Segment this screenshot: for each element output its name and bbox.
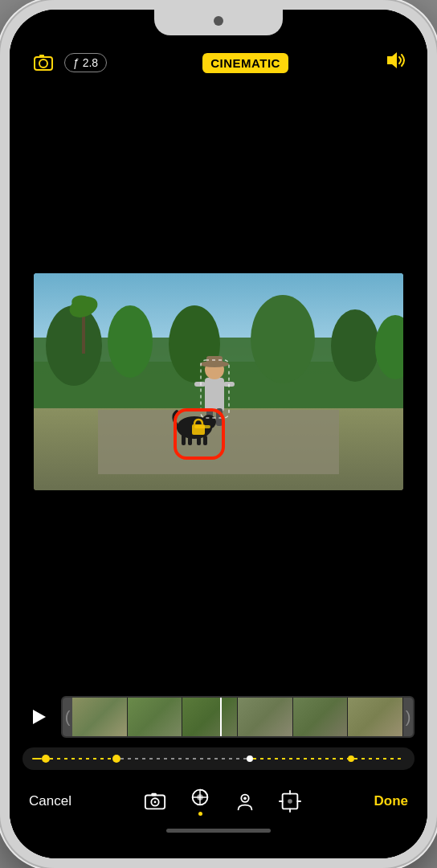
bottom-area: ( ) [10, 690, 427, 858]
timeline-frame-3 [182, 698, 238, 736]
camera-icon [32, 51, 55, 74]
volume-icon [384, 50, 408, 71]
play-icon [30, 708, 47, 726]
focus-track-inner [32, 753, 405, 764]
camera-dot [214, 16, 223, 26]
cinematic-badge[interactable]: CINEMATIC [202, 53, 288, 73]
notch [154, 10, 283, 35]
timeline-frame-5 [293, 698, 349, 736]
svg-rect-27 [182, 434, 186, 445]
bottom-toolbar: Cancel [10, 776, 427, 822]
focus-track-dot-2 [112, 755, 120, 763]
crop-straighten-tool[interactable] [279, 790, 301, 813]
timeline-frame-4 [238, 698, 293, 736]
color-adjust-icon [189, 786, 211, 809]
phone-screen: ƒ 2.8 CINEMATIC [10, 10, 427, 858]
timeline-frame-2 [128, 698, 183, 736]
camera-icon-button[interactable] [29, 48, 58, 77]
track-dots-4 [354, 758, 405, 760]
screen: ƒ 2.8 CINEMATIC [10, 10, 427, 858]
timeline-container: ( ) [10, 690, 427, 744]
track-dots-1 [50, 758, 112, 760]
done-button[interactable]: Done [374, 793, 408, 809]
svg-rect-28 [188, 436, 192, 445]
phone-shell: ƒ 2.8 CINEMATIC [0, 0, 437, 868]
svg-point-10 [331, 309, 379, 382]
svg-rect-30 [203, 436, 207, 445]
timeline-bracket-left[interactable]: ( [63, 698, 72, 736]
timeline-bracket-right[interactable]: ) [403, 698, 413, 736]
svg-point-45 [243, 796, 247, 800]
cancel-button[interactable]: Cancel [29, 793, 71, 809]
timeline-frames [72, 698, 403, 736]
svg-rect-22 [206, 356, 223, 366]
toolbar-left-group: ƒ 2.8 [29, 48, 107, 77]
focus-track-dot-3 [348, 755, 354, 762]
portrait-focus-tool[interactable] [234, 790, 256, 813]
svg-rect-29 [197, 434, 201, 445]
svg-rect-23 [194, 382, 206, 387]
timeline-strip[interactable]: ( ) [61, 696, 415, 738]
timeline-frame-6 [348, 698, 403, 736]
svg-point-39 [154, 800, 157, 803]
svg-point-1 [39, 59, 47, 68]
track-segment-1 [32, 758, 42, 760]
portrait-focus-icon [234, 790, 256, 813]
svg-marker-3 [387, 52, 397, 68]
focus-track[interactable] [22, 747, 415, 770]
color-adjust-tool[interactable] [189, 786, 211, 816]
camera-enhance-tool[interactable] [144, 790, 166, 813]
track-dots-2 [120, 758, 247, 760]
svg-point-51 [288, 799, 292, 804]
play-button[interactable] [22, 701, 55, 733]
video-area[interactable] [10, 90, 427, 690]
color-adjust-dot [198, 812, 202, 816]
home-indicator [166, 829, 271, 833]
video-frame[interactable] [34, 273, 403, 490]
svg-rect-17 [205, 378, 224, 411]
crop-icon [279, 790, 301, 813]
svg-marker-35 [33, 710, 46, 724]
track-dots-3 [253, 758, 348, 760]
svg-rect-34 [192, 424, 205, 435]
video-background [34, 273, 403, 490]
svg-point-9 [251, 295, 315, 383]
svg-point-7 [108, 305, 153, 378]
focus-track-dot-1 [42, 755, 50, 763]
svg-rect-38 [152, 792, 157, 796]
volume-button[interactable] [384, 50, 408, 76]
video-scene-svg [34, 273, 403, 490]
camera-enhance-icon [144, 790, 166, 813]
svg-rect-2 [39, 55, 44, 58]
focus-track-dot-white [247, 755, 253, 762]
tool-icons-group [144, 786, 301, 816]
timeline-frame-1 [72, 698, 128, 736]
aperture-badge[interactable]: ƒ 2.8 [64, 53, 107, 72]
svg-point-6 [46, 305, 102, 386]
timeline-playhead [220, 698, 222, 736]
